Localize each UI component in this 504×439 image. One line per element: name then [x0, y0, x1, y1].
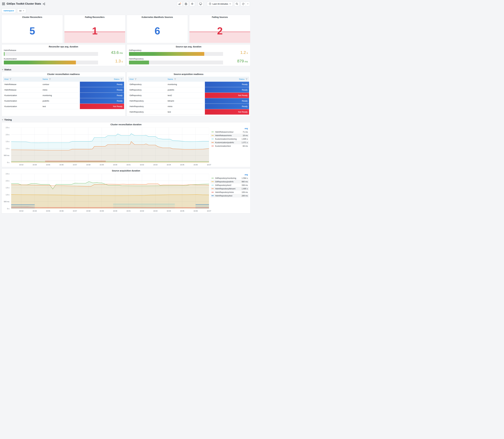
filter-funnel-icon: [246, 78, 247, 80]
series-color-dash: [211, 146, 214, 146]
x-axis-tick-label: 15:53: [19, 210, 24, 212]
refresh-interval-dropdown[interactable]: [246, 1, 250, 6]
gauge-value: 879ms: [237, 59, 248, 63]
column-header-name[interactable]: Name: [41, 77, 80, 82]
table-header-row: Kind Name Status: [3, 77, 124, 82]
table-header-row: Kind Name Status: [128, 77, 249, 82]
save-dashboard-button[interactable]: [183, 1, 189, 6]
column-header-kind[interactable]: Kind: [3, 77, 41, 82]
status-badge: Not Ready: [205, 109, 249, 115]
legend-item[interactable]: Kustomization/monitoring1.605 s: [210, 137, 249, 141]
panel-title[interactable]: Failing Reconcilers: [64, 15, 125, 19]
tv-icon: [199, 2, 202, 5]
panel-title[interactable]: Kubernetes Manifests Sources: [127, 15, 188, 19]
legend-item[interactable]: GitRepository/test2338 ms: [210, 183, 249, 187]
gauge-body: GitRepository 1.2s HelmRepository 879ms: [129, 49, 248, 64]
dashboard-settings-button[interactable]: ⚙: [190, 1, 195, 6]
dashboard-page: GitOps Toolkit Cluster Stats: [0, 0, 252, 213]
cell-kind: HelmRelease: [3, 82, 41, 87]
legend: avg HelmRelease/contour71 msHelmRelease/…: [210, 127, 249, 148]
panel-title[interactable]: Source ops avg. duration: [127, 45, 250, 49]
series-name: HelmRelease/minio: [215, 134, 243, 137]
x-axis-tick-label: 15:58: [86, 210, 90, 212]
x-axis-tick-label: 16:03: [153, 164, 158, 166]
cell-name: minio: [41, 87, 80, 93]
panel-title[interactable]: Cluster reconciliation duration: [2, 122, 250, 127]
cell-kind: HelmRelease: [3, 87, 41, 93]
series-color-dash: [211, 132, 214, 132]
cell-kind: HelmRepository: [128, 104, 166, 109]
series-name: HelmRepository/minio: [215, 191, 242, 193]
cell-name: monitoring: [166, 82, 205, 87]
section-title: Timing: [4, 118, 12, 121]
legend-item[interactable]: HelmRepository/bitnami1.695 s: [210, 187, 249, 190]
plot-area[interactable]: [11, 128, 209, 162]
filter-funnel-icon: [135, 78, 137, 80]
legend-item[interactable]: HelmRepository/minio108 ms: [210, 190, 249, 194]
y-axis-tick-label: 1.5 s: [6, 187, 9, 189]
section-row-status[interactable]: Status: [2, 68, 250, 71]
panel-title[interactable]: Cluster reconciliation readiness: [2, 72, 125, 76]
y-axis-tick-label: 2.0 s: [6, 134, 9, 135]
y-axis-tick-label: 2.5 s: [6, 173, 9, 175]
cell-status: Ready: [205, 104, 249, 109]
plot-area[interactable]: [11, 174, 209, 209]
variable-namespace-value-dropdown[interactable]: All: [17, 8, 26, 13]
cell-name: test2: [166, 93, 205, 98]
series-avg-value: 1.605 s: [242, 138, 248, 140]
section-row-timing[interactable]: Timing: [2, 118, 250, 121]
gauge-value: 1.2s: [240, 50, 248, 55]
time-range-picker[interactable]: Last 15 minutes: [207, 1, 233, 6]
legend-avg-header[interactable]: avg: [210, 127, 249, 130]
variable-namespace-label[interactable]: namespace: [1, 8, 16, 13]
x-axis-tick-label: 15:56: [59, 164, 64, 166]
status-badge: Ready: [80, 98, 124, 104]
panel-title[interactable]: Source acquisition readiness: [127, 72, 250, 76]
legend-item[interactable]: GitRepository/monitoring1.594 s: [210, 176, 249, 180]
top-bar: GitOps Toolkit Cluster Stats: [1, 0, 250, 8]
column-header-status[interactable]: Status: [80, 77, 124, 82]
column-header-name[interactable]: Name: [166, 77, 205, 82]
cell-name: bitnami: [166, 98, 205, 104]
series-avg-value: 71 ms: [243, 131, 248, 133]
series-name: Kustomization/monitoring: [215, 138, 242, 140]
column-header-status[interactable]: Status: [205, 77, 249, 82]
legend-item[interactable]: HelmRepository/test289 ms: [210, 194, 249, 197]
bargauge-panel-reconciler-ops: Reconciler ops avg. duration HelmRelease…: [1, 44, 125, 66]
legend-item[interactable]: GitRepository/podinfo980 ms: [210, 180, 249, 183]
panel-title[interactable]: Cluster Reconcilers: [2, 15, 63, 19]
legend-item[interactable]: Kustomization/podinfo1.071 s: [210, 141, 249, 144]
add-panel-button[interactable]: [177, 1, 182, 6]
table-row: GitRepositorymonitoringReady: [128, 82, 249, 87]
panel-title[interactable]: Reconciler ops avg. duration: [2, 45, 125, 49]
timeseries-panel-cluster-reconciliation-duration: Cluster reconciliation duration 0 s500 m…: [1, 122, 250, 167]
table-row: GitRepositorytest2Not Ready: [128, 93, 249, 98]
status-badge: Not Ready: [205, 93, 249, 98]
table-panel-source-acquisition-readiness: Source acquisition readiness Kind Name S…: [127, 72, 251, 116]
x-axis-tick-label: 15:55: [46, 210, 50, 212]
legend-avg-header[interactable]: avg: [210, 173, 249, 176]
y-axis-tick-label: 500 ms: [4, 155, 9, 156]
cell-name: podinfo: [41, 98, 80, 104]
cell-status: Ready: [205, 82, 249, 87]
chart-body: 0 s500 ms1.0 s1.5 s2.0 s2.5 s 15:5315:54…: [3, 127, 249, 166]
panel-title[interactable]: Failing Sources: [189, 15, 250, 19]
column-header-kind[interactable]: Kind: [128, 77, 166, 82]
refresh-button[interactable]: [241, 1, 246, 6]
legend-item[interactable]: Kustomization/test84 ms: [210, 144, 249, 148]
y-axis-tick-label: 1.0 s: [6, 194, 9, 196]
top-bar-left: GitOps Toolkit Cluster Stats: [2, 2, 45, 5]
share-icon[interactable]: [43, 3, 45, 5]
table-row: GitRepositorypodinfoReady: [128, 87, 249, 93]
cell-name: minio: [166, 104, 205, 109]
legend-item[interactable]: HelmRelease/contour71 ms: [210, 130, 249, 134]
panel-title[interactable]: Source acquisition duration: [2, 169, 250, 173]
series-name: GitRepository/monitoring: [215, 177, 242, 179]
legend-item[interactable]: HelmRelease/minio16 ms: [210, 134, 249, 137]
tv-mode-button[interactable]: [198, 1, 203, 6]
series-avg-value: 84 ms: [243, 145, 248, 147]
cell-status: Not Ready: [80, 104, 124, 109]
gauge-row-kustomization: Kustomization 1.3s: [4, 58, 123, 64]
x-axis-tick-label: 16:06: [194, 210, 198, 212]
zoom-out-button[interactable]: [234, 1, 240, 6]
